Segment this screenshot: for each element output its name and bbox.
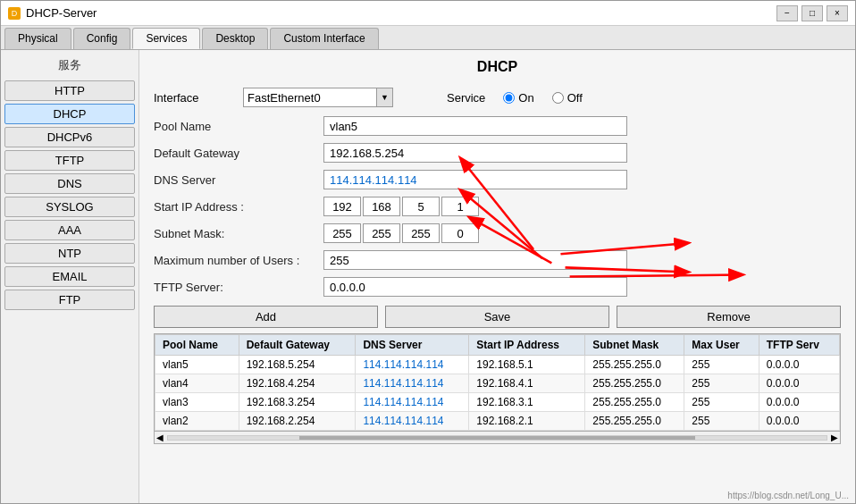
page-title: DHCP <box>154 59 841 75</box>
table-row[interactable]: vlan5 192.168.5.254 114.114.114.114 192.… <box>155 356 840 374</box>
start-ip-oct1[interactable] <box>323 197 361 216</box>
interface-label: Interface <box>154 91 243 105</box>
cell-tftp: 0.0.0.0 <box>759 393 839 412</box>
cell-dns: 114.114.114.114 <box>356 356 469 374</box>
start-ip-row: Start IP Address : <box>154 197 841 216</box>
start-ip-oct4[interactable] <box>441 197 479 216</box>
cell-gateway: 192.168.3.254 <box>239 393 356 412</box>
start-ip-oct3[interactable] <box>402 197 440 216</box>
pool-name-label: Pool Name <box>154 120 323 133</box>
service-label: Service <box>447 91 485 105</box>
subnet-oct3[interactable] <box>402 223 440 243</box>
start-ip-label: Start IP Address : <box>154 200 323 214</box>
dns-server-input[interactable] <box>323 170 627 189</box>
cell-max: 255 <box>684 356 759 374</box>
cell-pool: vlan4 <box>155 374 239 393</box>
table-row[interactable]: vlan3 192.168.3.254 114.114.114.114 192.… <box>155 393 840 412</box>
remove-button[interactable]: Remove <box>617 306 841 328</box>
cell-tftp: 0.0.0.0 <box>759 374 839 393</box>
sidebar-item-email[interactable]: EMAIL <box>4 266 135 287</box>
add-button[interactable]: Add <box>154 306 378 328</box>
sidebar-item-aaa[interactable]: AAA <box>4 220 135 240</box>
radio-on-input[interactable] <box>503 92 515 104</box>
cell-max: 255 <box>684 374 759 393</box>
tab-custom[interactable]: Custom Interface <box>270 28 378 49</box>
cell-mask: 255.255.255.0 <box>585 393 684 412</box>
cell-dns: 114.114.114.114 <box>356 412 469 431</box>
cell-dns: 114.114.114.114 <box>356 374 469 393</box>
sidebar-item-http[interactable]: HTTP <box>4 80 135 101</box>
col-start-ip: Start IP Address <box>469 335 585 356</box>
default-gateway-input[interactable] <box>323 143 627 163</box>
cell-start-ip: 192.168.4.1 <box>469 374 585 393</box>
titlebar-controls: − □ × <box>776 5 848 21</box>
titlebar-left: D DHCP-Server <box>8 6 97 20</box>
table-row[interactable]: vlan2 192.168.2.254 114.114.114.114 192.… <box>155 412 840 431</box>
window: D DHCP-Server − □ × Physical Config Serv… <box>0 0 856 504</box>
max-users-input[interactable] <box>323 250 627 270</box>
table-row[interactable]: vlan4 192.168.4.254 114.114.114.114 192.… <box>155 374 840 393</box>
default-gateway-row: Default Gateway <box>154 143 841 163</box>
cell-max: 255 <box>684 393 759 412</box>
dhcp-content: DHCP Interface FastEthernet0 ▼ Service O… <box>139 50 855 503</box>
cell-tftp: 0.0.0.0 <box>759 412 839 431</box>
subnet-oct2[interactable] <box>363 223 400 243</box>
tftp-server-input[interactable] <box>323 277 627 297</box>
cell-mask: 255.255.255.0 <box>585 374 684 393</box>
subnet-mask-row: Subnet Mask: <box>154 223 841 243</box>
cell-pool: vlan3 <box>155 393 239 412</box>
radio-off-input[interactable] <box>552 92 564 104</box>
main-content: 服务 HTTP DHCP DHCPv6 TFTP DNS SYSLOG AAA … <box>1 50 855 503</box>
close-button[interactable]: × <box>827 5 848 21</box>
watermark: https://blog.csdn.net/Long_U... <box>727 491 849 500</box>
subnet-mask-fields <box>323 223 479 243</box>
save-button[interactable]: Save <box>385 306 609 328</box>
horizontal-scrollbar[interactable]: ◀ ▶ <box>154 432 841 444</box>
dhcp-table-wrapper: Pool Name Default Gateway DNS Server Sta… <box>154 333 841 432</box>
subnet-mask-label: Subnet Mask: <box>154 227 323 240</box>
max-users-row: Maximum number of Users : <box>154 250 841 270</box>
tab-desktop[interactable]: Desktop <box>202 28 268 49</box>
subnet-oct1[interactable] <box>323 223 361 243</box>
dropdown-arrow-icon[interactable]: ▼ <box>377 88 393 107</box>
dhcp-table: Pool Name Default Gateway DNS Server Sta… <box>155 334 840 431</box>
col-tftp: TFTP Serv <box>759 335 839 356</box>
radio-off[interactable]: Off <box>552 91 583 105</box>
col-dns: DNS Server <box>356 335 469 356</box>
col-mask: Subnet Mask <box>585 335 684 356</box>
col-max-user: Max User <box>684 335 759 356</box>
radio-on[interactable]: On <box>503 91 533 105</box>
sidebar-title: 服务 <box>4 54 135 77</box>
sidebar-item-dhcp[interactable]: DHCP <box>4 104 135 124</box>
cell-pool: vlan5 <box>155 356 239 374</box>
sidebar-item-ftp[interactable]: FTP <box>4 290 135 310</box>
pool-name-row: Pool Name <box>154 116 841 136</box>
interface-row: Interface FastEthernet0 ▼ Service On Off <box>154 88 841 107</box>
sidebar-item-dhcpv6[interactable]: DHCPv6 <box>4 127 135 147</box>
maximize-button[interactable]: □ <box>801 5 823 21</box>
start-ip-oct2[interactable] <box>363 197 400 216</box>
titlebar: D DHCP-Server − □ × <box>1 1 855 26</box>
sidebar-item-tftp[interactable]: TFTP <box>4 150 135 171</box>
start-ip-fields <box>323 197 479 216</box>
cell-dns: 114.114.114.114 <box>356 393 469 412</box>
cell-start-ip: 192.168.5.1 <box>469 356 585 374</box>
max-users-label: Maximum number of Users : <box>154 254 323 267</box>
dns-server-row: DNS Server <box>154 170 841 189</box>
pool-name-input[interactable] <box>323 116 627 136</box>
sidebar-item-dns[interactable]: DNS <box>4 173 135 194</box>
minimize-button[interactable]: − <box>776 5 798 21</box>
cell-gateway: 192.168.2.254 <box>239 412 356 431</box>
interface-select[interactable]: FastEthernet0 <box>243 88 377 107</box>
tab-config[interactable]: Config <box>73 28 131 49</box>
tftp-server-row: TFTP Server: <box>154 277 841 297</box>
tab-bar: Physical Config Services Desktop Custom … <box>1 26 855 50</box>
tab-physical[interactable]: Physical <box>4 28 71 49</box>
tab-services[interactable]: Services <box>132 28 200 49</box>
service-radio-group: On Off <box>503 91 582 105</box>
cell-tftp: 0.0.0.0 <box>759 356 839 374</box>
sidebar-item-ntp[interactable]: NTP <box>4 243 135 264</box>
subnet-oct4[interactable] <box>441 223 479 243</box>
sidebar-item-syslog[interactable]: SYSLOG <box>4 197 135 217</box>
sidebar: 服务 HTTP DHCP DHCPv6 TFTP DNS SYSLOG AAA … <box>1 50 139 503</box>
